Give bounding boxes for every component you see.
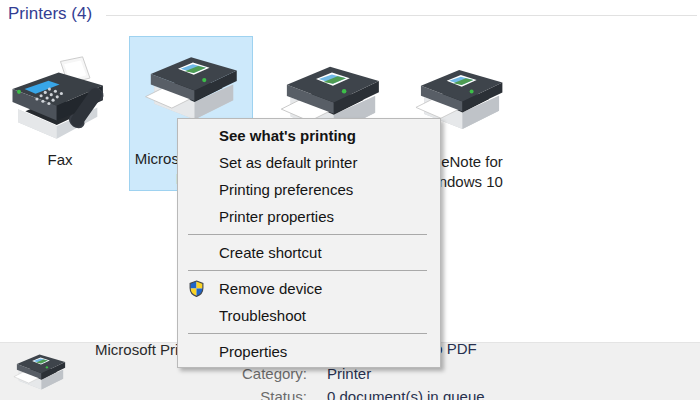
menu-item-see-whats-printing[interactable]: See what's printing [178,122,440,149]
menu-separator [188,333,427,334]
field-label-status: Status: [231,388,307,400]
menu-separator [188,270,427,271]
group-header-printers: Printers (4) [8,4,92,24]
field-value-status: 0 document(s) in queue [327,388,485,400]
printer-icon-small [8,350,72,397]
menu-item-label: Remove device [219,280,322,297]
menu-item-printer-properties[interactable]: Printer properties [178,203,440,230]
group-header-rule [106,15,697,16]
menu-item-properties[interactable]: Properties [178,338,440,365]
fax-machine-icon [7,55,113,149]
printer-tile-fax[interactable]: Fax [5,52,115,174]
menu-item-remove-device[interactable]: Remove device [178,275,440,302]
uac-shield-icon [188,280,205,297]
menu-item-printing-preferences[interactable]: Printing preferences [178,176,440,203]
devices-and-printers-window: Printers (4) Fa [0,0,700,400]
context-menu: See what's printing Set as default print… [177,118,441,368]
menu-item-troubleshoot[interactable]: Troubleshoot [178,302,440,329]
menu-separator [188,234,427,235]
menu-item-create-shortcut[interactable]: Create shortcut [178,239,440,266]
printer-tile-label: Fax [5,150,115,170]
menu-item-set-as-default-printer[interactable]: Set as default printer [178,149,440,176]
